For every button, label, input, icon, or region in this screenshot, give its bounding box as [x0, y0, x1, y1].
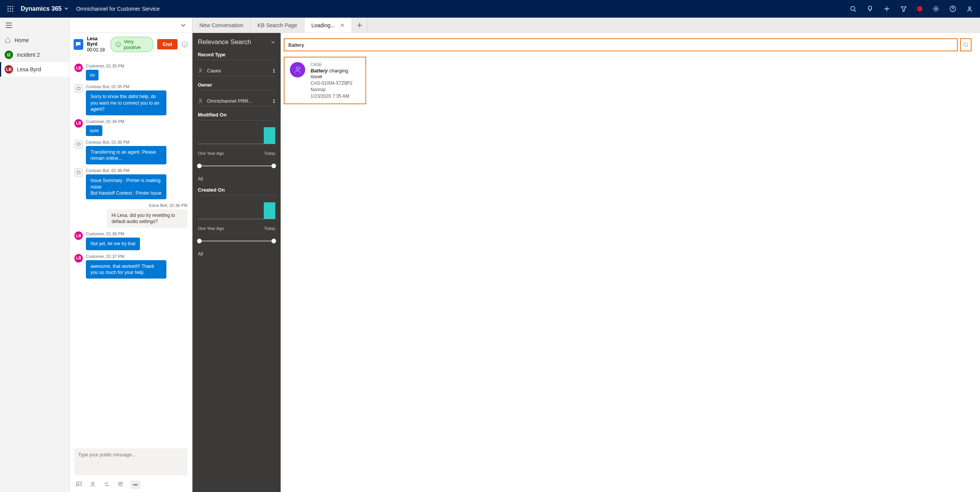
svg-point-21: [133, 484, 135, 485]
more-icon[interactable]: [130, 481, 140, 489]
nav-session-label: Lesa Byrd: [17, 66, 41, 72]
tab-add[interactable]: [352, 18, 367, 33]
transfer-icon[interactable]: [103, 481, 110, 488]
created-histogram: [198, 202, 275, 219]
search-button[interactable]: [960, 38, 972, 51]
chevron-down-icon: [64, 5, 69, 12]
svg-point-5: [12, 8, 13, 10]
created-range-slider[interactable]: [198, 238, 275, 244]
lightbulb-icon[interactable]: [867, 5, 873, 12]
chat-toolbar: [70, 477, 192, 492]
nav-session-lesa[interactable]: LB Lesa Byrd: [0, 62, 69, 77]
modified-range-slider[interactable]: [198, 163, 275, 169]
tab-loading[interactable]: Loading... ✕: [304, 18, 352, 33]
customer-name: Lesa Byrd: [87, 36, 107, 47]
svg-rect-17: [77, 171, 80, 174]
svg-point-10: [935, 8, 937, 10]
search-result-card[interactable]: CASE Battery charging issue CAS-01004-X7…: [284, 57, 366, 104]
tab-bar: New Conversation KB Search Page Loading.…: [70, 18, 980, 33]
facet-cases-row[interactable]: Cases 1: [198, 66, 275, 76]
nav-incident-label: incident 2: [17, 52, 40, 58]
app-name: Omnichannel for Customer Service: [76, 6, 160, 12]
help-icon[interactable]: [949, 5, 956, 12]
quick-reply-icon[interactable]: [75, 481, 83, 488]
svg-point-25: [200, 99, 202, 101]
facet-count: 1: [273, 68, 275, 74]
notes-icon[interactable]: [117, 481, 124, 488]
svg-point-7: [10, 11, 11, 12]
relevance-facet-panel: Relevance Search Record Type Cases 1 Own…: [192, 33, 281, 492]
conversation-panel: Lesa Byrd 00:01:18 Very positive End LBC…: [70, 33, 192, 492]
facet-owner: Owner: [198, 82, 275, 90]
add-icon[interactable]: [883, 5, 890, 12]
facet-label: Omnichannel PRR...: [207, 98, 269, 104]
chat-channel-icon: [74, 39, 83, 50]
session-timer: 00:01:18: [87, 47, 107, 52]
info-icon[interactable]: [181, 41, 188, 48]
tab-label: KB Search Page: [257, 22, 297, 28]
consult-icon[interactable]: [89, 481, 97, 488]
tab-kb-search[interactable]: KB Search Page: [250, 18, 304, 33]
facet-count: 1: [273, 98, 275, 104]
svg-point-23: [136, 484, 138, 485]
tab-label: New Conversation: [199, 22, 243, 28]
svg-point-20: [121, 482, 123, 484]
svg-point-8: [12, 11, 13, 12]
message-input[interactable]: [74, 448, 187, 475]
svg-point-24: [200, 69, 202, 71]
tab-label: Loading...: [311, 22, 335, 28]
brand-label: Dynamics 365: [21, 5, 62, 12]
left-navigation: Home I2 incident 2 LB Lesa Byrd: [0, 18, 70, 492]
hamburger-icon[interactable]: [0, 18, 69, 33]
search-results-area: CASE Battery charging issue CAS-01004-X7…: [281, 33, 980, 492]
case-icon: [198, 68, 203, 74]
svg-point-2: [12, 6, 13, 7]
result-title: Battery charging issue: [311, 68, 360, 79]
svg-point-26: [964, 43, 967, 46]
session-dropdown[interactable]: [70, 18, 192, 33]
close-icon[interactable]: ✕: [340, 22, 345, 28]
result-date: 1/23/2020 7:35 AM: [311, 93, 360, 99]
facet-created-on: Created On: [198, 187, 275, 195]
top-actions: [850, 5, 975, 12]
filter-icon[interactable]: [900, 5, 907, 12]
presence-indicator[interactable]: [917, 6, 922, 11]
svg-point-27: [296, 67, 299, 70]
global-command-bar: Dynamics 365 Omnichannel for Customer Se…: [0, 0, 980, 18]
end-button[interactable]: End: [157, 39, 178, 49]
search-input[interactable]: [284, 38, 958, 51]
modified-histogram: [198, 127, 275, 144]
facet-owner-row[interactable]: Omnichannel PRR... 1: [198, 96, 275, 107]
home-icon: [5, 37, 11, 44]
person-badge: LB: [5, 65, 13, 74]
product-brand[interactable]: Dynamics 365: [21, 5, 69, 12]
nav-incident[interactable]: I2 incident 2: [0, 48, 69, 62]
svg-rect-15: [77, 87, 80, 90]
person-icon: [198, 98, 203, 104]
svg-point-13: [116, 42, 121, 47]
app-launcher-icon[interactable]: [5, 3, 16, 15]
svg-rect-16: [77, 143, 80, 145]
search-icon[interactable]: [850, 5, 857, 12]
nav-home[interactable]: Home: [0, 33, 69, 48]
chat-transcript: LBCustomer, 01:35 PMnoContoso Bot, 01:35…: [70, 56, 192, 446]
result-type: CASE: [311, 62, 360, 67]
tab-new-conversation[interactable]: New Conversation: [192, 18, 250, 33]
gear-icon[interactable]: [932, 5, 939, 12]
facet-modified-on: Modified On: [198, 112, 275, 120]
facet-label: Cases: [207, 68, 269, 74]
svg-point-18: [92, 482, 94, 484]
relevance-title[interactable]: Relevance Search: [198, 38, 275, 46]
svg-point-4: [10, 8, 11, 10]
svg-point-0: [8, 6, 9, 7]
sentiment-label: Very positive: [124, 39, 149, 50]
facet-record-type: Record Type: [198, 52, 275, 60]
chevron-down-icon: [271, 40, 275, 44]
svg-point-6: [8, 11, 9, 12]
incident-badge: I2: [5, 51, 13, 59]
svg-point-19: [118, 482, 120, 484]
nav-home-label: Home: [15, 37, 29, 43]
svg-point-1: [10, 6, 11, 7]
account-icon[interactable]: [966, 5, 973, 12]
result-priority: Normal: [311, 87, 360, 92]
